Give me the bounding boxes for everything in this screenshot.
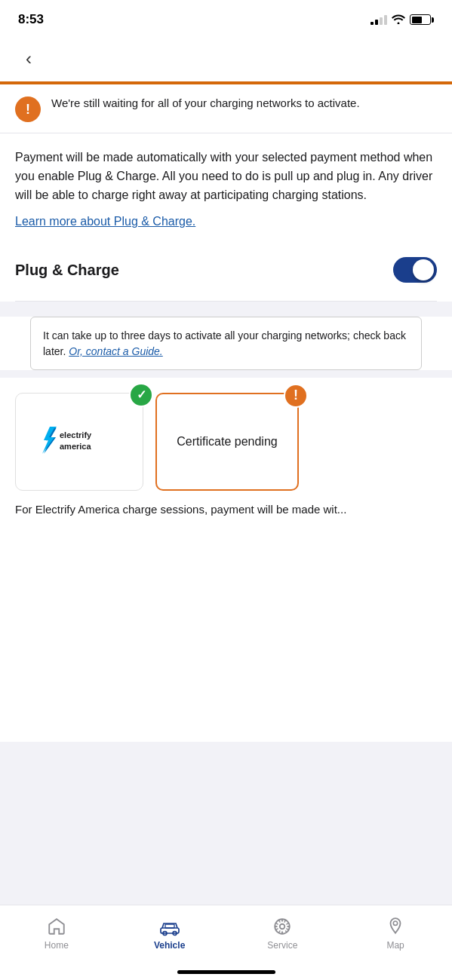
description-text: Payment will be made automatically with … <box>15 149 437 204</box>
warning-exclamation: ! <box>26 103 30 116</box>
card-warning-badge: ! <box>284 384 308 408</box>
map-icon <box>385 916 406 937</box>
warning-banner: ! We're still waiting for all of your ch… <box>0 84 452 133</box>
cards-row: ✓ electrify america <box>15 393 437 491</box>
home-label: Home <box>45 940 69 951</box>
plug-charge-label: Plug & Charge <box>15 262 119 279</box>
main-content: Payment will be made automatically with … <box>0 133 452 302</box>
status-icons <box>371 14 434 26</box>
electrify-america-svg: electrify america <box>34 423 125 461</box>
nav-map[interactable]: Map <box>339 913 452 951</box>
status-time: 8:53 <box>18 12 44 27</box>
back-icon: ‹ <box>26 50 32 68</box>
header: ‹ <box>0 36 452 81</box>
certificate-pending-text: Certificate pending <box>169 427 284 456</box>
svg-point-10 <box>280 924 285 929</box>
check-icon: ✓ <box>137 387 146 402</box>
svg-text:electrify: electrify <box>60 430 92 439</box>
card-check-badge: ✓ <box>129 383 153 407</box>
warning-icon-circle: ! <box>15 96 41 122</box>
contact-guide-link[interactable]: Or, contact a Guide. <box>69 345 163 357</box>
bottom-nav: Home Vehicle <box>0 905 452 980</box>
battery-icon <box>410 14 434 25</box>
toggle-knob <box>413 259 434 280</box>
notice-box: It can take up to three days to activate… <box>30 317 422 370</box>
cards-section: ✓ electrify america <box>0 378 452 531</box>
ea-logo: electrify america <box>26 415 132 468</box>
nav-vehicle[interactable]: Vehicle <box>113 913 226 951</box>
signal-icon <box>371 14 387 25</box>
warning-badge-icon: ! <box>294 387 298 403</box>
active-underline <box>177 970 275 974</box>
plug-charge-toggle[interactable] <box>393 257 437 283</box>
warning-text: We're still waiting for all of your char… <box>51 95 360 112</box>
vehicle-icon <box>159 916 180 937</box>
vehicle-label: Vehicle <box>154 940 185 951</box>
nav-service[interactable]: Service <box>226 913 340 951</box>
service-label: Service <box>267 940 297 951</box>
map-label: Map <box>386 940 404 951</box>
electrify-america-card[interactable]: ✓ electrify america <box>15 393 143 491</box>
wifi-icon <box>392 14 405 26</box>
learn-more-link[interactable]: Learn more about Plug & Charge. <box>15 215 195 228</box>
payment-note: For Electrify America charge sessions, p… <box>15 503 437 531</box>
status-bar: 8:53 <box>0 0 452 36</box>
home-icon <box>46 916 67 937</box>
plug-charge-row: Plug & Charge <box>15 250 437 302</box>
svg-text:america: america <box>60 442 91 451</box>
service-icon <box>272 916 293 937</box>
svg-point-15 <box>393 921 397 925</box>
back-button[interactable]: ‹ <box>15 45 42 72</box>
nav-home[interactable]: Home <box>0 913 113 951</box>
certificate-pending-card[interactable]: ! Certificate pending <box>155 393 299 491</box>
